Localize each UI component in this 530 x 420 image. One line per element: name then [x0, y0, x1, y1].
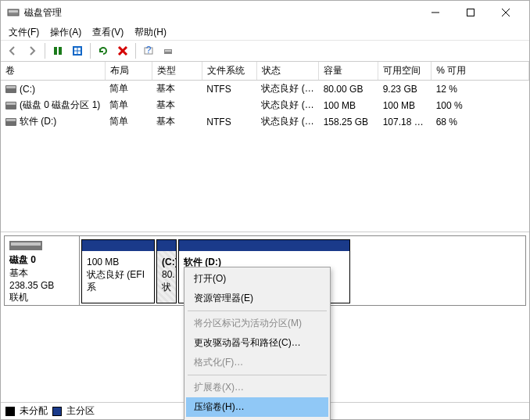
svg-rect-6: [54, 47, 57, 55]
close-button[interactable]: [488, 2, 523, 23]
col-layout[interactable]: 布局: [105, 62, 152, 81]
col-volume[interactable]: 卷: [1, 62, 105, 81]
properties-button[interactable]: [69, 42, 86, 59]
disk-name: 磁盘 0: [9, 253, 74, 267]
volume-list: 卷 布局 类型 文件系统 状态 容量 可用空间 % 可用 (C:)简单基本NTF…: [1, 62, 529, 232]
ctx-change-letter[interactable]: 更改驱动器号和路径(C)…: [186, 333, 328, 353]
menu-help[interactable]: 帮助(H): [130, 24, 171, 41]
menu-view[interactable]: 查看(V): [88, 24, 128, 41]
ctx-mark-active: 将分区标记为活动分区(M): [186, 314, 328, 333]
menu-action[interactable]: 操作(A): [45, 24, 86, 41]
partition[interactable]: 100 MB状态良好 (EFI 系: [81, 239, 155, 303]
help-button[interactable]: ?: [140, 42, 157, 59]
legend-unallocated: 未分配: [20, 404, 48, 418]
table-row[interactable]: (磁盘 0 磁盘分区 1)简单基本状态良好 (…100 MB100 MB100 …: [1, 97, 529, 113]
disk-size: 238.35 GB: [9, 280, 74, 291]
ctx-open[interactable]: 打开(O): [186, 269, 328, 289]
maximize-button[interactable]: [453, 2, 488, 23]
svg-rect-3: [467, 9, 474, 16]
svg-text:?: ?: [146, 45, 152, 56]
forward-button[interactable]: [23, 42, 41, 59]
table-row[interactable]: 软件 (D:)简单基本NTFS状态良好 (…158.25 GB107.18 …6…: [1, 113, 529, 130]
svg-rect-7: [59, 47, 62, 55]
window-title: 磁盘管理: [24, 6, 62, 20]
volume-icon: [5, 85, 16, 93]
disk-status: 联机: [9, 291, 74, 304]
app-icon: [7, 6, 20, 19]
delete-button[interactable]: [114, 42, 131, 59]
col-status[interactable]: 状态: [256, 62, 318, 81]
col-type[interactable]: 类型: [152, 62, 202, 81]
partition[interactable]: (C:)80.状: [156, 239, 177, 303]
col-capacity[interactable]: 容量: [319, 62, 378, 81]
volume-icon: [5, 102, 16, 109]
ctx-add-mirror: 添加镜像(A)…: [186, 417, 328, 420]
legend-primary: 主分区: [66, 404, 95, 418]
back-button[interactable]: [4, 42, 21, 59]
refresh-button[interactable]: [49, 42, 66, 59]
toolbar: ?: [1, 40, 529, 62]
col-pctfree[interactable]: % 可用: [432, 62, 529, 81]
disk-type: 基本: [9, 267, 74, 280]
settings-button[interactable]: [159, 42, 177, 59]
rescan-button[interactable]: [95, 42, 112, 59]
titlebar: 磁盘管理: [1, 1, 529, 24]
legend-swatch-unallocated: [5, 407, 15, 416]
col-free[interactable]: 可用空间: [378, 62, 432, 81]
ctx-extend: 扩展卷(X)…: [186, 378, 328, 397]
svg-rect-1: [9, 10, 18, 13]
ctx-explorer[interactable]: 资源管理器(E): [186, 289, 328, 308]
svg-rect-16: [165, 50, 171, 52]
menu-file[interactable]: 文件(F): [4, 24, 44, 41]
menubar: 文件(F) 操作(A) 查看(V) 帮助(H): [1, 24, 529, 40]
partition-context-menu: 打开(O) 资源管理器(E) 将分区标记为活动分区(M) 更改驱动器号和路径(C…: [184, 267, 331, 420]
disk-meta[interactable]: 磁盘 0 基本 238.35 GB 联机: [5, 236, 80, 305]
legend-swatch-primary: [52, 407, 62, 416]
minimize-button[interactable]: [417, 2, 453, 23]
disk-icon: [9, 241, 42, 250]
volume-icon: [5, 118, 16, 126]
ctx-format: 格式化(F)…: [186, 353, 328, 372]
ctx-shrink[interactable]: 压缩卷(H)…: [186, 397, 328, 417]
col-fs[interactable]: 文件系统: [202, 62, 256, 81]
table-row[interactable]: (C:)简单基本NTFS状态良好 (…80.00 GB9.23 GB12 %: [1, 81, 529, 98]
